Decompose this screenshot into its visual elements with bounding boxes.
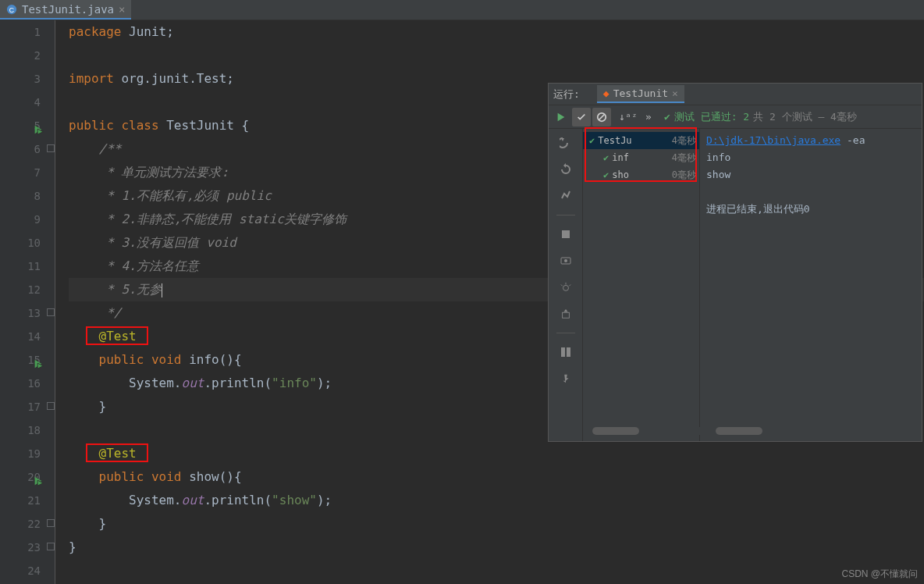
code-line[interactable] — [69, 44, 924, 67]
line-number-gutter: 123456789101112131415161718192021222324 — [0, 20, 55, 584]
settings-button[interactable] — [558, 188, 574, 204]
line-number: 23 — [0, 536, 41, 559]
line-number: 10 — [0, 231, 41, 255]
fold-icon[interactable] — [47, 519, 55, 527]
toggle-auto-test-button[interactable] — [558, 135, 574, 151]
svg-line-10 — [599, 114, 605, 119]
test-time: 4毫秒 — [672, 134, 699, 148]
check-icon: ✔ — [603, 169, 609, 180]
run-config-tab[interactable]: ◆ TestJunit × — [597, 85, 684, 103]
show-passed-button[interactable] — [572, 108, 591, 126]
fold-icon[interactable] — [47, 402, 55, 410]
line-number: 21 — [0, 489, 41, 512]
code-line[interactable]: } — [69, 512, 924, 536]
sort-button[interactable]: ↓ᵃᶻ — [619, 108, 638, 126]
line-number: 22 — [0, 512, 41, 536]
console-line: D:\jdk-17\bin\java.exe -ea — [706, 132, 915, 149]
line-number: 5 — [0, 114, 41, 137]
fold-icon[interactable] — [47, 144, 55, 152]
layout-button[interactable] — [558, 344, 574, 360]
line-number: 7 — [0, 161, 41, 184]
test-tree-item[interactable]: ✔TestJu4毫秒 — [583, 132, 699, 149]
console-output[interactable]: D:\jdk-17\bin\java.exe -eainfoshow进程已结束,… — [700, 129, 922, 441]
test-tree-item[interactable]: ✔inf4毫秒 — [583, 149, 699, 166]
svg-marker-11 — [561, 138, 564, 141]
fold-icon[interactable] — [47, 543, 55, 550]
file-link[interactable]: D:\jdk-17\bin\java.exe — [706, 134, 840, 146]
test-icon: ◆ — [603, 87, 609, 99]
code-line[interactable]: } — [69, 536, 924, 559]
line-number: 3 — [0, 67, 41, 91]
line-number: 19 — [0, 442, 41, 465]
svg-point-15 — [564, 259, 567, 262]
expand-button[interactable]: » — [639, 108, 658, 126]
run-header: 运行: ◆ TestJunit × — [549, 84, 922, 105]
code-line[interactable]: @Test — [69, 442, 924, 465]
show-ignored-button[interactable] — [592, 108, 611, 126]
test-time: 4毫秒 — [672, 151, 699, 165]
run-side-toolbar — [549, 129, 583, 441]
run-gutter-icon[interactable] — [33, 119, 44, 130]
run-toolbar: ↓ᵃᶻ » ✔ 测试 已通过: 2 共 2 个测试 – 4毫秒 — [549, 105, 922, 129]
line-number: 14 — [0, 325, 41, 348]
svg-rect-22 — [561, 347, 565, 357]
test-status-passed: 测试 已通过: 2 — [674, 110, 749, 124]
line-number: 16 — [0, 372, 41, 395]
console-line: 进程已结束,退出代码0 — [706, 201, 915, 218]
test-name: sho — [612, 169, 629, 180]
watermark: CSDN @不懂就问 — [841, 568, 918, 581]
tab-filename: TestJunit.java — [22, 3, 114, 16]
rerun-button[interactable] — [552, 108, 570, 126]
run-gutter-icon[interactable] — [33, 354, 44, 365]
test-tree[interactable]: ✔TestJu4毫秒✔inf4毫秒✔sho0毫秒 — [583, 129, 700, 441]
run-gutter-icon[interactable] — [33, 471, 44, 482]
close-icon[interactable]: × — [119, 3, 125, 16]
java-class-icon: C — [6, 4, 17, 15]
check-icon: ✔ — [664, 111, 670, 123]
test-name: TestJu — [598, 135, 631, 146]
fold-icon[interactable] — [47, 308, 55, 316]
code-line[interactable]: System.out.println("show"); — [69, 489, 924, 512]
check-icon: ✔ — [589, 135, 595, 146]
line-number: 9 — [0, 208, 41, 231]
console-line: info — [706, 149, 915, 166]
pin-button[interactable] — [558, 371, 574, 386]
line-number: 8 — [0, 184, 41, 208]
test-tree-item[interactable]: ✔sho0毫秒 — [583, 166, 699, 183]
text-caret — [162, 283, 162, 297]
svg-text:C: C — [9, 5, 14, 13]
export-button[interactable] — [558, 306, 574, 322]
svg-marker-8 — [558, 112, 565, 121]
line-number: 2 — [0, 44, 41, 67]
svg-marker-21 — [563, 309, 567, 312]
horizontal-scrollbar[interactable] — [588, 427, 915, 435]
editor-tab[interactable]: C TestJunit.java × — [0, 0, 131, 20]
test-time: 0毫秒 — [672, 169, 699, 182]
line-number: 20 — [0, 465, 41, 489]
line-number: 1 — [0, 20, 41, 44]
line-number: 18 — [0, 418, 41, 442]
code-line[interactable]: public void show(){ — [69, 465, 924, 489]
run-tab-name: TestJunit — [613, 87, 668, 99]
debug-button[interactable] — [558, 280, 574, 295]
console-line — [706, 183, 915, 201]
run-title: 运行: — [553, 87, 580, 101]
line-number: 6 — [0, 137, 41, 161]
rerun-failed-button[interactable] — [558, 162, 574, 177]
svg-line-18 — [560, 285, 562, 287]
check-icon: ✔ — [603, 152, 609, 163]
run-tool-window: 运行: ◆ TestJunit × ↓ᵃᶻ » ✔ 测试 已通过: 2 共 2 … — [548, 83, 922, 442]
code-line[interactable] — [69, 559, 924, 582]
close-icon[interactable]: × — [672, 87, 678, 99]
svg-rect-13 — [562, 230, 570, 238]
svg-line-19 — [569, 285, 570, 287]
dump-threads-button[interactable] — [558, 253, 574, 269]
line-number: 17 — [0, 395, 41, 418]
editor-tab-bar: C TestJunit.java × — [0, 0, 924, 20]
stop-button[interactable] — [558, 226, 574, 242]
code-line[interactable]: package Junit; — [69, 20, 924, 44]
test-name: inf — [612, 152, 629, 163]
line-number: 4 — [0, 91, 41, 114]
svg-rect-20 — [562, 312, 569, 318]
line-number: 11 — [0, 255, 41, 278]
